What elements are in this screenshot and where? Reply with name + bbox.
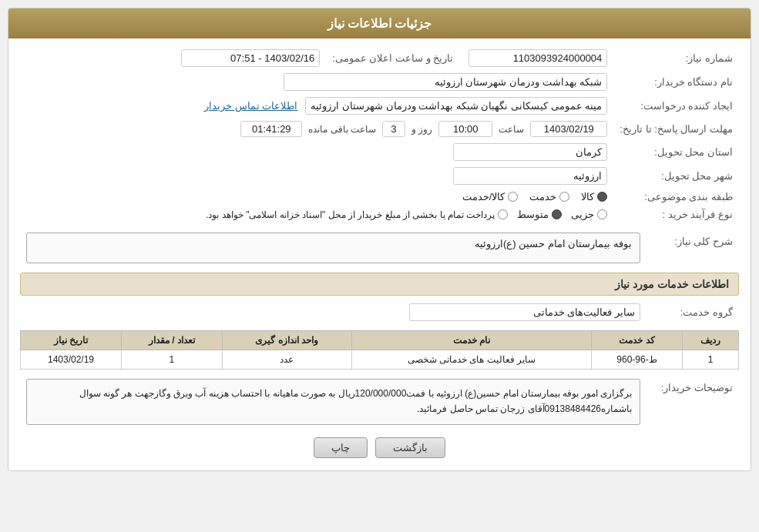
city-value: ارزوئیه [20, 164, 613, 188]
process-option-motavasset: متوسط [517, 209, 562, 220]
requester-row: مینه عمومی کیسکانی نگهبان شبکه بهداشت ود… [20, 94, 613, 118]
response-time-box: 10:00 [438, 121, 492, 137]
category-options: کالا خدمت کالا/خدمت [20, 188, 613, 206]
need-desc-section-label: شرح کلی نیاز: [646, 229, 739, 266]
col-quantity: تعداد / مقدار [121, 331, 222, 350]
services-table: ردیف کد خدمت نام خدمت واحد اندازه گیری ت… [20, 330, 739, 370]
service-group-box: سایر فعالیت‌های خدماتی [409, 303, 640, 321]
radio-khedmat [559, 192, 569, 202]
category-option-1: کالا [581, 191, 607, 202]
radio-asnad [498, 209, 508, 219]
radio-jozii-label: جزیی [571, 209, 594, 220]
main-card: جزئیات اطلاعات نیاز شماره نیاز: 11030939… [8, 8, 751, 471]
remaining-days-box: 3 [382, 121, 405, 137]
province-value: کرمان [20, 140, 613, 164]
requester-box: مینه عمومی کیسکانی نگهبان شبکه بهداشت ود… [305, 97, 607, 115]
response-date-box: 1403/02/19 [530, 121, 607, 137]
back-button[interactable]: بازگشت [375, 437, 445, 458]
radio-kala [597, 192, 607, 202]
cell-need-date: 1403/02/19 [21, 350, 122, 370]
remaining-time-box: 01:41:29 [240, 121, 302, 137]
buyer-desc-label: توضیحات خریدار: [646, 376, 739, 428]
services-section-header: اطلاعات خدمات مورد نیاز [20, 273, 739, 296]
remaining-time-label: ساعت باقی مانده [308, 124, 376, 135]
radio-kala-khedmat-label: کالا/خدمت [462, 191, 505, 202]
contact-link[interactable]: اطلاعات تماس خریدار [204, 100, 297, 112]
city-box: ارزوئیه [453, 167, 607, 185]
requester-label: ایجاد کننده درخواست: [613, 94, 739, 118]
province-box: کرمان [453, 143, 607, 161]
radio-motavasset [552, 209, 562, 219]
buyer-org-value: شبکه بهداشت ودرمان شهرستان ارزوئیه [20, 70, 613, 94]
card-body: شماره نیاز: 1103093924000004 تاریخ و ساع… [8, 38, 751, 470]
button-row: بازگشت چاپ [20, 437, 739, 458]
service-group-value: سایر فعالیت‌های خدماتی [20, 300, 646, 324]
cell-quantity: 1 [121, 350, 222, 370]
remaining-days-label: روز و [411, 124, 432, 135]
cell-row-num: 1 [682, 350, 738, 370]
province-label: استان محل تحویل: [613, 140, 739, 164]
col-need-date: تاریخ نیاز [21, 331, 122, 350]
response-time-label: ساعت [499, 124, 524, 135]
need-number-value: 1103093924000004 [459, 46, 613, 70]
radio-jozii [597, 209, 607, 219]
category-option-3: کالا/خدمت [462, 191, 519, 202]
radio-motavasset-label: متوسط [517, 209, 549, 220]
buyer-org-box: شبکه بهداشت ودرمان شهرستان ارزوئیه [284, 73, 607, 91]
category-option-2: خدمت [529, 191, 569, 202]
need-number-label: شماره نیاز: [613, 46, 739, 70]
response-deadline-row: 1403/02/19 ساعت 10:00 روز و 3 ساعت باقی … [20, 118, 613, 140]
buyer-desc-value: برگزاری امور بوفه بیمارستان امام حسین(ع)… [20, 376, 646, 428]
col-service-name: نام خدمت [351, 331, 592, 350]
radio-asnad-label: پرداخت تمام یا بخشی از مبلغ خریدار از مح… [206, 209, 495, 220]
category-label: طبقه بندی موضوعی: [613, 188, 739, 206]
buyer-org-label: نام دستگاه خریدار: [613, 70, 739, 94]
table-row: 1 ط-96-960 سایر فعالیت های خدماتی شخصی ع… [21, 350, 739, 370]
radio-kala-khedmat [508, 192, 518, 202]
announce-datetime-box: 1403/02/16 - 07:51 [181, 49, 320, 67]
need-desc-table: شرح کلی نیاز: بوفه بیمارستان امام حسین (… [20, 229, 739, 266]
process-option-jozii: جزیی [571, 209, 607, 220]
need-desc-box: بوفه بیمارستان امام حسین (ع)ارزوئیه [26, 233, 640, 263]
cell-service-code: ط-96-960 [592, 350, 683, 370]
announce-datetime-value: 1403/02/16 - 07:51 [20, 46, 326, 70]
cell-unit: عدد [222, 350, 351, 370]
service-group-table: گروه خدمت: سایر فعالیت‌های خدماتی [20, 300, 739, 324]
cell-service-name: سایر فعالیت های خدماتی شخصی [351, 350, 592, 370]
response-deadline-label: مهلت ارسال پاسخ: تا تاریخ: [613, 118, 739, 140]
buyer-desc-box: برگزاری امور بوفه بیمارستان امام حسین(ع)… [26, 379, 640, 425]
process-option-asnad: پرداخت تمام یا بخشی از مبلغ خریدار از مح… [206, 209, 508, 220]
radio-khedmat-label: خدمت [529, 191, 556, 202]
city-label: شهر محل تحویل: [613, 164, 739, 188]
buyer-desc-table: توضیحات خریدار: برگزاری امور بوفه بیمارس… [20, 376, 739, 428]
print-button[interactable]: چاپ [314, 437, 368, 458]
page-title: جزئیات اطلاعات نیاز [8, 8, 751, 38]
page-wrapper: جزئیات اطلاعات نیاز شماره نیاز: 11030939… [0, 0, 759, 532]
process-type-options: جزیی متوسط پرداخت تمام یا بخشی از مبلغ خ… [20, 206, 613, 223]
process-type-label: نوع فرآیند خرید : [613, 206, 739, 223]
need-desc-value: بوفه بیمارستان امام حسین (ع)ارزوئیه [20, 229, 646, 266]
announce-datetime-label: تاریخ و ساعت اعلان عمومی: [326, 46, 459, 70]
radio-kala-label: کالا [581, 191, 594, 202]
col-row-num: ردیف [682, 331, 738, 350]
info-table-top: شماره نیاز: 1103093924000004 تاریخ و ساع… [20, 46, 739, 223]
need-number-box: 1103093924000004 [468, 49, 607, 67]
col-service-code: کد خدمت [592, 331, 683, 350]
service-group-label: گروه خدمت: [646, 300, 739, 324]
col-unit: واحد اندازه گیری [222, 331, 351, 350]
